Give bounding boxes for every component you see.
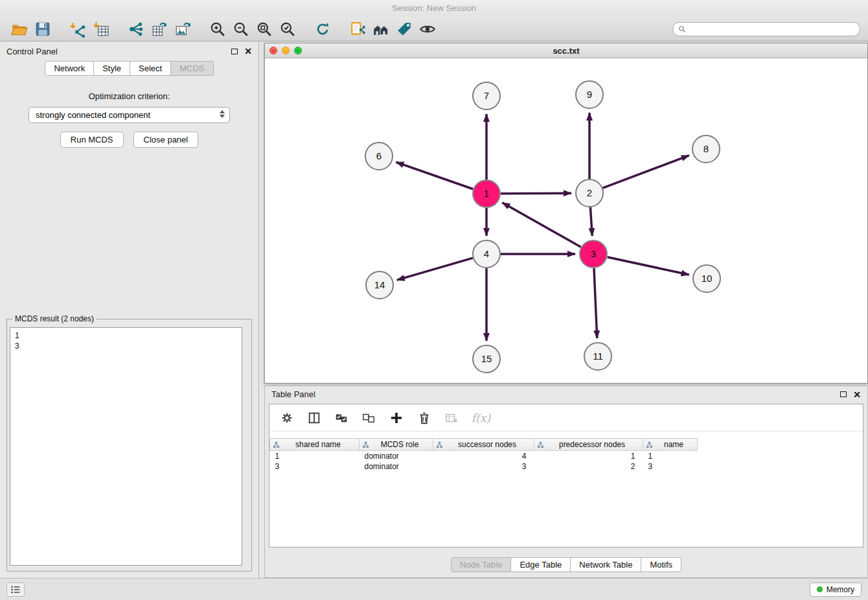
export-image-icon — [174, 21, 191, 38]
close-panel-icon[interactable]: ✕ — [244, 48, 252, 54]
column-header-predecessor-nodes[interactable]: predecessor nodes — [534, 439, 643, 451]
node-6[interactable]: 6 — [365, 143, 393, 170]
column-type-icon — [273, 441, 280, 448]
table-toolbar: f(x) — [269, 404, 863, 432]
column-header-shared-name[interactable]: shared name — [270, 439, 360, 451]
houses-icon — [372, 21, 390, 38]
column-type-icon — [646, 441, 653, 448]
network-window-title: scc.txt — [265, 46, 867, 56]
edge-3-1[interactable] — [502, 203, 580, 247]
import-network-button[interactable] — [66, 19, 89, 40]
import-table-button[interactable] — [89, 19, 113, 40]
node-7[interactable]: 7 — [473, 82, 500, 110]
zoom-fit-button[interactable] — [253, 19, 276, 40]
select-all-columns-button[interactable] — [334, 411, 348, 425]
task-history-button[interactable] — [6, 583, 25, 597]
table-row[interactable]: 1dominator411 — [270, 451, 698, 461]
zoom-selected-icon — [279, 21, 296, 38]
tab-edge-table[interactable]: Edge Table — [511, 557, 571, 572]
main-toolbar — [0, 17, 868, 41]
refresh-button[interactable] — [311, 19, 334, 40]
node-14[interactable]: 14 — [366, 271, 393, 299]
table-row[interactable]: 3dominator323 — [270, 461, 698, 472]
node-11[interactable]: 11 — [584, 343, 611, 370]
edge-1-2[interactable] — [501, 193, 571, 194]
network-canvas[interactable]: 7968124314101511 — [265, 58, 867, 383]
node-4[interactable]: 4 — [473, 240, 500, 268]
column-header-name[interactable]: name — [643, 439, 698, 451]
node-label: 9 — [587, 89, 592, 100]
tab-network[interactable]: Network — [45, 61, 94, 76]
tab-style[interactable]: Style — [94, 61, 130, 76]
mcds-result-text: 1 3 — [10, 327, 242, 566]
open-session-button[interactable] — [8, 19, 31, 40]
function-builder-button-disabled: f(x) — [472, 411, 490, 424]
column-header-MCDS-role[interactable]: MCDS role — [360, 439, 433, 451]
node-1[interactable]: 1 — [473, 180, 500, 207]
control-panel: Control Panel ✕ NetworkStyleSelectMCDS O… — [0, 41, 259, 578]
node-3[interactable]: 3 — [580, 240, 607, 268]
edge-3-11[interactable] — [594, 268, 597, 338]
maximize-window-icon[interactable]: + — [294, 47, 302, 54]
float-panel-icon[interactable] — [231, 49, 238, 54]
tab-motifs[interactable]: Motifs — [641, 557, 681, 572]
trash-icon — [417, 411, 431, 425]
control-panel-title: Control Panel — [6, 47, 58, 56]
zoom-out-button[interactable] — [229, 19, 253, 40]
dropdown-stepper-icon — [220, 110, 225, 118]
tab-mcds[interactable]: MCDS — [171, 61, 213, 76]
edge-3-10[interactable] — [607, 257, 689, 275]
show-columns-button[interactable] — [307, 411, 321, 425]
delete-table-button-disabled — [444, 411, 459, 425]
edge-1-6[interactable] — [396, 162, 473, 189]
edge-2-8[interactable] — [603, 156, 689, 188]
table-panel-tabs: Node TableEdge TableNetwork TableMotifs — [265, 557, 867, 572]
minimize-window-icon[interactable]: − — [282, 47, 290, 54]
show-hide-button[interactable] — [416, 19, 439, 40]
search-input[interactable] — [689, 24, 854, 34]
copy-view-button[interactable] — [346, 19, 369, 40]
node-label: 8 — [703, 143, 709, 154]
node-2[interactable]: 2 — [576, 179, 603, 207]
node-label: 2 — [587, 187, 592, 198]
memory-button[interactable]: Memory — [810, 583, 862, 597]
search-field[interactable] — [672, 22, 860, 36]
edge-2-3[interactable] — [590, 207, 592, 236]
node-15[interactable]: 15 — [473, 345, 500, 373]
close-table-panel-icon[interactable]: ✕ — [853, 391, 861, 398]
new-network-button[interactable] — [124, 19, 148, 40]
apply-style-button[interactable] — [393, 19, 416, 40]
select-all-icon — [334, 411, 348, 425]
run-mcds-button[interactable]: Run MCDS — [60, 132, 124, 148]
first-neighbors-button[interactable] — [369, 19, 393, 40]
zoom-selected-button[interactable] — [276, 19, 299, 40]
zoom-in-button[interactable] — [206, 19, 229, 40]
close-window-icon[interactable]: × — [269, 47, 277, 54]
network-window-titlebar[interactable]: scc.txt × − + — [265, 43, 867, 58]
edge-4-14[interactable] — [397, 258, 473, 280]
unselect-all-columns-button[interactable] — [361, 411, 376, 425]
save-floppy-icon — [34, 21, 51, 38]
create-column-button[interactable] — [389, 410, 404, 426]
columns-icon — [307, 411, 321, 425]
tab-select[interactable]: Select — [130, 61, 171, 76]
node-8[interactable]: 8 — [692, 135, 720, 163]
node-label: 3 — [591, 248, 596, 259]
column-type-icon — [436, 441, 443, 448]
delete-column-button[interactable] — [417, 411, 431, 425]
column-header-successor-nodes[interactable]: successor nodes — [433, 439, 534, 451]
close-panel-button[interactable]: Close panel — [133, 132, 199, 148]
export-table-button[interactable] — [148, 19, 171, 40]
node-9[interactable]: 9 — [576, 81, 603, 108]
table-settings-button[interactable] — [280, 411, 294, 425]
node-10[interactable]: 10 — [693, 265, 720, 292]
tab-node-table[interactable]: Node Table — [451, 557, 512, 572]
criterion-dropdown[interactable]: strongly connected component — [29, 107, 230, 123]
style-tag-icon — [396, 21, 413, 38]
float-table-panel-icon[interactable] — [840, 391, 847, 397]
save-session-button[interactable] — [31, 19, 54, 40]
tab-network-table[interactable]: Network Table — [571, 557, 641, 572]
export-image-button[interactable] — [171, 19, 194, 40]
refresh-icon — [314, 21, 331, 38]
optimization-criterion-label: Optimization criterion: — [0, 91, 258, 101]
